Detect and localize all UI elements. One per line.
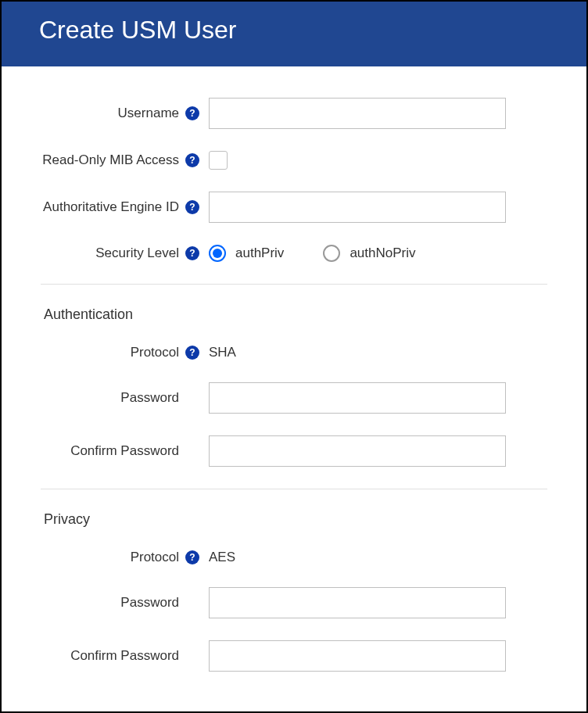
divider (41, 284, 547, 285)
row-readonly-mib: Read-Only MIB Access ? (41, 151, 547, 170)
help-icon[interactable]: ? (185, 153, 199, 167)
auth-password-input[interactable] (209, 382, 506, 414)
label-auth-protocol: Protocol (131, 345, 179, 360)
engine-id-input[interactable] (209, 192, 506, 223)
row-privacy-confirm-password: Confirm Password (41, 640, 547, 672)
row-security-level: Security Level ? authPriv authNoPriv (41, 245, 547, 262)
row-auth-protocol: Protocol ? SHA (41, 345, 547, 360)
help-icon[interactable]: ? (185, 246, 199, 260)
radio-circle-icon (323, 245, 340, 262)
row-engine-id: Authoritative Engine ID ? (41, 192, 547, 223)
help-icon[interactable]: ? (185, 346, 199, 360)
privacy-protocol-value: AES (209, 550, 235, 565)
radio-label-authpriv: authPriv (235, 245, 284, 261)
security-level-radio-group: authPriv authNoPriv (209, 245, 415, 262)
privacy-confirm-password-input[interactable] (209, 640, 506, 672)
radio-dot-icon (213, 249, 222, 258)
row-auth-confirm-password: Confirm Password (41, 435, 547, 467)
form-body: Username ? Read-Only MIB Access ? Author… (2, 66, 586, 709)
row-privacy-password: Password (41, 587, 547, 618)
label-readonly-mib: Read-Only MIB Access (42, 152, 179, 168)
section-title-privacy: Privacy (44, 511, 547, 528)
row-username: Username ? (41, 98, 547, 129)
label-username: Username (118, 106, 179, 121)
auth-protocol-value: SHA (209, 345, 236, 360)
auth-confirm-password-input[interactable] (209, 435, 506, 467)
divider (41, 489, 547, 489)
label-auth-password: Password (120, 390, 179, 406)
username-input[interactable] (209, 98, 506, 129)
label-privacy-protocol: Protocol (131, 550, 179, 565)
radio-circle-icon (209, 245, 226, 262)
label-engine-id: Authoritative Engine ID (43, 199, 179, 215)
page-title: Create USM User (39, 16, 237, 44)
radio-authnopriv[interactable]: authNoPriv (323, 245, 415, 262)
label-auth-confirm-password: Confirm Password (70, 443, 179, 459)
help-icon[interactable]: ? (185, 106, 199, 120)
label-security-level: Security Level (95, 245, 179, 261)
help-icon[interactable]: ? (185, 200, 199, 214)
row-privacy-protocol: Protocol ? AES (41, 550, 547, 565)
section-title-authentication: Authentication (44, 306, 547, 323)
label-privacy-password: Password (120, 595, 179, 611)
radio-label-authnopriv: authNoPriv (350, 245, 415, 261)
row-auth-password: Password (41, 382, 547, 414)
page-header: Create USM User (2, 2, 586, 66)
readonly-mib-checkbox[interactable] (209, 151, 228, 170)
label-privacy-confirm-password: Confirm Password (70, 648, 179, 664)
radio-authpriv[interactable]: authPriv (209, 245, 284, 262)
privacy-password-input[interactable] (209, 587, 506, 618)
help-icon[interactable]: ? (185, 550, 199, 564)
